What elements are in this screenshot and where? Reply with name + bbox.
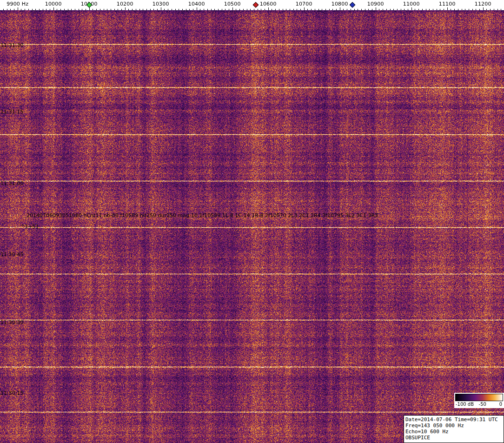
freq-tick [444, 9, 444, 10]
freq-tick [315, 9, 315, 10]
spectrogram-overlay: 20140706093051080 hCnt11 nb-80 f10589 hi… [0, 10, 504, 443]
freq-tick [293, 9, 294, 10]
freq-tick [325, 9, 326, 10]
time-label: 11:31:15 [0, 109, 23, 115]
freq-tick [136, 9, 136, 10]
freq-tick [290, 9, 290, 10]
freq-tick [486, 9, 487, 10]
freq-tick-label: 10200 [117, 1, 133, 7]
freq-tick [279, 9, 279, 10]
freq-tick [365, 9, 365, 10]
freq-tick [258, 9, 258, 10]
freq-tick [68, 9, 68, 10]
freq-tick [218, 9, 219, 10]
colorbar-labels: -100 dB -50 0 [455, 401, 503, 408]
freq-tick [214, 9, 215, 10]
freq-tick [300, 9, 301, 10]
freq-tick [25, 9, 25, 10]
freq-tick [18, 7, 18, 10]
freq-tick [10, 9, 11, 10]
freq-tick [211, 9, 212, 10]
freq-tick [336, 9, 337, 10]
freq-tick [64, 9, 65, 10]
freq-tick [186, 9, 186, 10]
freq-tick [168, 9, 168, 10]
freq-tick [497, 9, 498, 10]
freq-tick [318, 9, 319, 10]
event-annotation: 20140706093051080 hCnt11 nb-80 f10589 hi… [27, 212, 378, 218]
freq-tick [182, 9, 183, 10]
freq-tick [275, 9, 276, 10]
freq-tick [125, 7, 126, 10]
freq-tick [479, 9, 480, 10]
frequency-axis: 9900 Hz100001010010200103001040010500106… [0, 0, 504, 10]
freq-tick [322, 9, 322, 10]
freq-tick-label: 10300 [153, 1, 169, 7]
freq-tick [53, 7, 54, 10]
freq-tick [286, 9, 286, 10]
freq-tick [379, 9, 379, 10]
freq-tick [437, 9, 437, 10]
freq-tick [243, 9, 244, 10]
freq-tick [422, 9, 423, 10]
freq-tick-label: 10800 [332, 1, 348, 7]
freq-tick [332, 9, 333, 10]
freq-tick [311, 9, 312, 10]
freq-tick [21, 9, 21, 10]
freq-tick [297, 9, 297, 10]
freq-tick [283, 9, 283, 10]
freq-tick [150, 9, 151, 10]
freq-tick [229, 9, 229, 10]
freq-tick-label: 10400 [188, 1, 205, 7]
time-label: 11:31:00 [0, 180, 23, 186]
freq-tick [35, 9, 36, 10]
freq-tick [354, 9, 355, 10]
freq-tick [179, 9, 179, 10]
time-label: 11:30:15 [0, 390, 23, 396]
freq-tick [440, 9, 440, 10]
freq-tick-label: 11200 [475, 1, 491, 7]
freq-tick [426, 9, 426, 10]
freq-tick [111, 9, 111, 10]
freq-tick [472, 9, 473, 10]
info-box: Date=2014-07-06 Time=09:31 UTC Freq=143 … [404, 415, 504, 443]
freq-tick [239, 9, 240, 10]
blue-freq-marker[interactable] [349, 2, 355, 8]
freq-tick [71, 9, 72, 10]
freq-tick [454, 9, 455, 10]
freq-tick-label: 10900 [367, 1, 384, 7]
freq-tick-label: 10600 [260, 1, 277, 7]
freq-tick [189, 9, 190, 10]
freq-tick [197, 7, 197, 10]
freq-tick [153, 9, 154, 10]
freq-tick [93, 9, 93, 10]
freq-tick [200, 9, 200, 10]
freq-tick-label: 10500 [224, 1, 241, 7]
freq-tick [358, 9, 358, 10]
freq-tick [347, 9, 347, 10]
freq-tick [100, 9, 100, 10]
freq-tick [393, 9, 394, 10]
time-label: 11:30:30 [0, 319, 23, 325]
freq-tick [383, 9, 383, 10]
freq-tick-label: 10000 [45, 1, 62, 7]
freq-tick [268, 7, 269, 10]
red-freq-marker[interactable] [252, 2, 259, 8]
freq-tick [175, 9, 176, 10]
freq-tick [418, 9, 419, 10]
freq-tick [343, 9, 344, 10]
freq-tick [376, 7, 376, 10]
freq-tick [397, 9, 398, 10]
freq-tick [204, 9, 204, 10]
freq-tick [247, 9, 247, 10]
freq-tick [139, 9, 140, 10]
freq-tick [462, 9, 462, 10]
freq-tick [272, 9, 272, 10]
freq-tick [232, 7, 233, 10]
freq-tick [114, 9, 115, 10]
event-marker-label: ^1+51 [20, 224, 39, 230]
freq-tick [164, 9, 165, 10]
info-echo: Echo=10 600 Hz [405, 429, 502, 435]
freq-tick [157, 9, 158, 10]
freq-tick [469, 9, 469, 10]
